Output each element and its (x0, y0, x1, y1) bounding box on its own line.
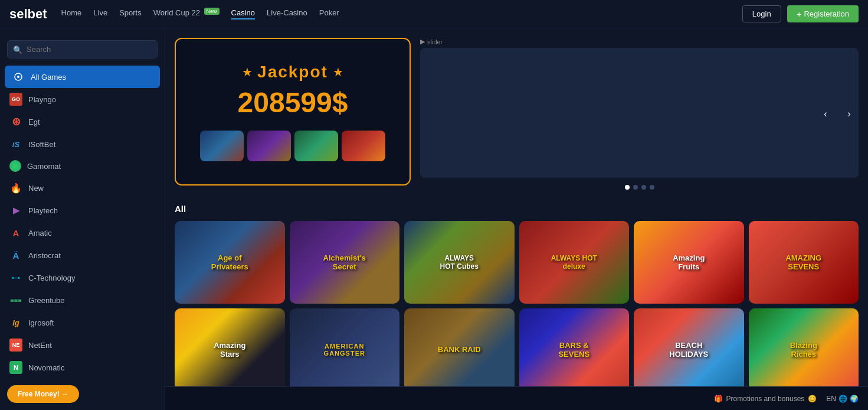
slider-label: slider (427, 38, 443, 45)
lang-flag-icon: 🌍 (850, 395, 859, 403)
sidebar-label-netent: NetEnt (28, 341, 52, 350)
slider-dots (420, 185, 859, 190)
jackpot-thumb-2[interactable] (247, 131, 291, 161)
lang-globe-icon: 🌐 (838, 395, 847, 403)
sidebar-item-playngo[interactable]: GO Playngo (0, 88, 165, 110)
game-card-american-gangster[interactable]: AMERICANGANGSTER American Gangster (290, 308, 400, 391)
promo-icon: 🎁 (714, 395, 723, 403)
game-bank-raid-label: BANK RAID (404, 308, 515, 391)
dot-1[interactable] (625, 185, 630, 190)
game-card-always-hot-deluxe[interactable]: ALWAYS HOTdeluxe Always Hot Deluxe (519, 221, 630, 304)
greentube-icon: ≡≡≡ (9, 294, 22, 307)
game-card-blazing-riches[interactable]: BlazingRiches Blazing Riches (749, 308, 859, 391)
game-amazing-stars-label: AmazingStars (175, 308, 285, 391)
game-card-age[interactable]: Age ofPrivateers Age of Privateers (175, 221, 285, 304)
game-card-amazing-fruits[interactable]: AmazingFruits Amazing Fruits (634, 221, 744, 304)
amatic-icon: A (9, 226, 22, 239)
ctech-icon: •–• (9, 271, 22, 284)
slider-display (420, 48, 859, 178)
sidebar-item-new[interactable]: 🔥 New (0, 177, 165, 199)
nav-links: Home Live Sports World Cup 22 New Casino… (61, 8, 742, 19)
sidebar-item-igrosoft[interactable]: Ig Igrosoft (0, 311, 165, 334)
jackpot-thumbnails (200, 131, 385, 161)
free-money-button[interactable]: Free Money! → (7, 385, 79, 403)
sidebar-item-amatic[interactable]: A Amatic (0, 222, 165, 244)
game-card-beach-holidays[interactable]: BEACHHOLIDAYS Beach Holidays (634, 308, 744, 391)
dot-2[interactable] (633, 185, 638, 190)
slider-prev-button[interactable]: ‹ (816, 105, 835, 123)
register-button[interactable]: Registeration (787, 5, 859, 22)
nav-worldcup-label: World Cup 22 (153, 8, 200, 17)
novomatic-icon: N (9, 361, 22, 374)
sidebar-label-new: New (28, 184, 44, 193)
sidebar: 🔍 All Games GO Playngo ⊛ Egt iS ISoftBet… (0, 28, 165, 410)
jackpot-title: Jackpot (257, 63, 328, 82)
nav-home[interactable]: Home (61, 8, 82, 19)
sidebar-label-aristocrat: Aristocrat (28, 251, 61, 260)
slider-next-button[interactable]: › (840, 105, 859, 123)
all-section-title: All (175, 204, 859, 214)
sidebar-label-igrosoft: Igrosoft (28, 318, 54, 327)
sidebar-item-greentube[interactable]: ≡≡≡ Greentube (0, 289, 165, 311)
jackpot-thumb-3[interactable] (294, 131, 338, 161)
promotions-link[interactable]: 🎁 Promotions and bonuses 😊 (714, 395, 817, 403)
game-card-bank-raid[interactable]: BANK RAID Bank Raid (404, 308, 515, 391)
game-card-alchemist[interactable]: Alchemist'sSecret Alchemist's Secret (290, 221, 400, 304)
logo-sel: sel (9, 6, 28, 21)
search-icon: 🔍 (13, 45, 22, 54)
sidebar-item-all-games[interactable]: All Games (5, 66, 160, 88)
slider-area: ▶ slider ‹ › (420, 38, 859, 190)
jackpot-thumb-1[interactable] (200, 131, 244, 161)
game-alchemist-label: Alchemist'sSecret (290, 221, 400, 304)
dot-3[interactable] (641, 185, 646, 190)
nav-casino[interactable]: Casino (231, 8, 255, 19)
sidebar-item-isoftbet[interactable]: iS ISoftBet (0, 133, 165, 155)
sidebar-label-gamomat: Gamomat (27, 162, 61, 171)
sidebar-label-playtech: Playtech (28, 206, 58, 215)
login-button[interactable]: Login (742, 5, 781, 22)
game-blazing-riches-label: BlazingRiches (749, 308, 859, 391)
nav-sports[interactable]: Sports (119, 8, 142, 19)
new-icon: 🔥 (9, 181, 22, 194)
nav-livecasino[interactable]: Live-Casino (267, 8, 307, 19)
sidebar-item-playtech[interactable]: ▶ Playtech (0, 199, 165, 222)
jackpot-thumb-4[interactable] (342, 131, 385, 161)
sidebar-item-netent[interactable]: NE NetEnt (0, 334, 165, 356)
sidebar-item-gamomat[interactable]: Gamomat (0, 155, 165, 177)
nav-right: Login Registeration (742, 5, 859, 22)
igrosoft-icon: Ig (9, 316, 22, 329)
game-card-amazing-sevens[interactable]: AMAZINGSEVENS Amazing Sevens (749, 221, 859, 304)
search-input[interactable] (7, 40, 158, 58)
sidebar-label-skywind: Skywind (28, 408, 57, 411)
main-layout: 🔍 All Games GO Playngo ⊛ Egt iS ISoftBet… (0, 0, 868, 401)
language-selector[interactable]: EN 🌐 🌍 (826, 395, 859, 403)
sidebar-item-egt[interactable]: ⊛ Egt (0, 110, 165, 133)
nav-live[interactable]: Live (93, 8, 107, 19)
game-amazing-fruits-label: AmazingFruits (634, 221, 744, 304)
bottom-bar: 🎁 Promotions and bonuses 😊 EN 🌐 🌍 (165, 386, 868, 410)
sidebar-item-novomatic[interactable]: N Novomatic (0, 356, 165, 379)
sidebar-label-amatic: Amatic (28, 229, 52, 237)
isoftbet-icon: iS (9, 138, 22, 151)
sidebar-label-playngo: Playngo (28, 95, 56, 104)
gamomat-icon (9, 160, 21, 172)
dot-4[interactable] (650, 185, 654, 190)
sidebar-label-novomatic: Novomatic (28, 363, 64, 372)
game-card-amazing-stars[interactable]: AmazingStars Amazing Stars (175, 308, 285, 391)
site-logo[interactable]: selbet (9, 6, 47, 22)
all-games-icon (12, 70, 25, 83)
game-always-hot-deluxe-label: ALWAYS HOTdeluxe (519, 221, 630, 304)
new-badge: New (204, 8, 220, 15)
logo-bet: bet (28, 6, 47, 21)
nav-poker[interactable]: Poker (319, 8, 339, 19)
games-grid: Age ofPrivateers Age of Privateers Alche… (175, 221, 859, 391)
netent-icon: NE (9, 339, 22, 352)
sidebar-item-aristocrat[interactable]: Ä Aristocrat (0, 244, 165, 266)
nav-worldcup[interactable]: World Cup 22 New (153, 8, 220, 19)
game-card-bars-sevens[interactable]: BARS &SEVENS Bars & Sevens (519, 308, 630, 391)
sidebar-label-greentube: Greentube (28, 296, 64, 305)
game-card-always-hot-cubes[interactable]: ALWAYSHOT Cubes Always Hot Cubes (404, 221, 515, 304)
sidebar-item-c-technology[interactable]: •–• C-Technology (0, 266, 165, 289)
playtech-icon: ▶ (9, 204, 22, 217)
main-content: ★ Jackpot ★ 208599$ ▶ slider (165, 28, 868, 401)
